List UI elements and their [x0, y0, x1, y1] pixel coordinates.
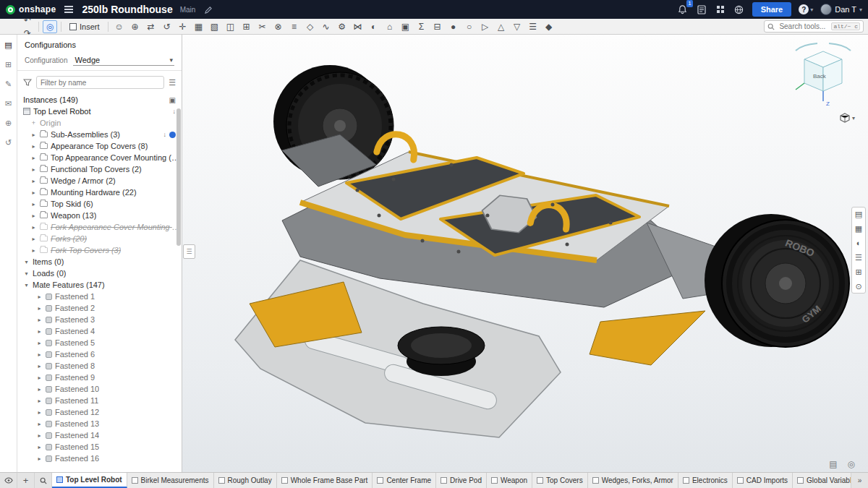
strip-icon[interactable]: ▤ — [3, 39, 14, 51]
tab-overflow-icon[interactable]: » — [851, 473, 868, 488]
configuration-select[interactable]: Wedge ▾ — [73, 55, 174, 66]
viewport-tool-icon[interactable]: ◎ — [848, 459, 855, 469]
insert-button[interactable]: Insert — [65, 21, 104, 33]
toolbar-icon[interactable]: ◫ — [224, 20, 238, 33]
chevron-right-icon[interactable]: ▸ — [30, 143, 37, 150]
chevron-right-icon[interactable]: ▸ — [30, 178, 37, 184]
strip-icon[interactable]: ⊞ — [3, 59, 14, 70]
mate-row[interactable]: ▸ Fastened 3 — [17, 314, 182, 325]
toggle-tab-bar-icon[interactable] — [0, 473, 17, 488]
toolbar-icon[interactable]: ▦ — [192, 20, 206, 33]
chevron-right-icon[interactable]: ▸ — [36, 455, 43, 462]
toolbar-icon[interactable]: Σ — [414, 20, 429, 33]
tree-group-row[interactable]: ▸ Fork Top Covers (3) ↓ — [17, 244, 182, 256]
docs-icon[interactable] — [696, 4, 707, 15]
learning-center-icon[interactable] — [733, 4, 745, 15]
chevron-right-icon[interactable]: ▸ — [30, 247, 37, 254]
chevron-down-icon[interactable]: ▾ — [23, 259, 30, 265]
chevron-right-icon[interactable]: ▸ — [36, 317, 43, 323]
strip-icon[interactable]: ↺ — [3, 137, 14, 148]
toolbar-icon[interactable]: ↺ — [160, 20, 174, 33]
right-panel-icon[interactable]: ☰ — [855, 253, 862, 262]
chevron-right-icon[interactable]: ▸ — [36, 409, 43, 416]
toolbar-icon[interactable]: ◇ — [303, 20, 318, 33]
right-wheel[interactable]: ROBO GYM — [705, 214, 849, 347]
view-cube-face-label[interactable]: Back — [813, 73, 827, 80]
chevron-right-icon[interactable]: ▸ — [36, 340, 43, 346]
chevron-right-icon[interactable]: ▸ — [30, 155, 37, 161]
isolate-icon[interactable]: ▣ — [169, 96, 176, 104]
revision-icon[interactable] — [169, 132, 176, 138]
mate-row[interactable]: ▸ Fastened 12 — [17, 406, 182, 418]
chevron-right-icon[interactable]: ▸ — [36, 444, 43, 450]
document-tab[interactable]: Electronics — [678, 473, 733, 488]
document-tab[interactable]: Drive Pod — [436, 473, 487, 488]
document-tab[interactable]: Top Level Robot — [52, 473, 127, 488]
mate-row[interactable]: ▸ Fastened 2 — [17, 302, 182, 314]
chevron-right-icon[interactable]: ▸ — [36, 305, 43, 312]
chevron-down-icon[interactable]: ▾ — [23, 282, 30, 288]
notifications-bell-icon[interactable]: 1 — [677, 4, 689, 15]
mate-row[interactable]: ▸ Fastened 1 — [17, 291, 182, 302]
panel-resize-handle[interactable]: ☰ — [183, 244, 195, 259]
chevron-right-icon[interactable]: ▸ — [30, 213, 37, 219]
main-menu-icon[interactable] — [63, 4, 75, 14]
chevron-right-icon[interactable]: ▸ — [36, 328, 43, 335]
new-tab-button[interactable]: + — [17, 473, 35, 488]
document-tab[interactable]: Rough Outlay — [214, 473, 277, 488]
mate-row[interactable]: ▸ Fastened 16 — [17, 453, 182, 464]
toolbar-icon[interactable]: ◆ — [542, 20, 556, 33]
strip-icon[interactable]: ✎ — [3, 78, 14, 90]
tool-search[interactable]: alt/~ c — [764, 20, 864, 33]
chevron-right-icon[interactable]: ▸ — [36, 398, 43, 404]
tree-group-row[interactable]: ▸ Weapon (13) ↓ — [17, 210, 182, 221]
strip-icon[interactable]: ✉ — [3, 98, 14, 109]
solid-view-icon[interactable]: ◎ — [43, 20, 57, 33]
share-button[interactable]: Share — [752, 2, 792, 17]
chevron-right-icon[interactable]: ▸ — [36, 294, 43, 300]
user-menu[interactable]: Dan T ▾ — [820, 4, 862, 15]
chevron-right-icon[interactable]: ▸ — [36, 421, 43, 427]
chevron-right-icon[interactable]: ▸ — [36, 386, 43, 393]
rename-pencil-icon[interactable] — [203, 4, 214, 15]
chevron-right-icon[interactable]: ▸ — [30, 201, 37, 207]
tab-search-icon[interactable] — [35, 473, 52, 488]
tree-group-row[interactable]: ▸ Top Skid (6) ↓ — [17, 198, 182, 210]
right-panel-icon[interactable]: ⊙ — [855, 282, 861, 291]
list-view-icon[interactable]: ☰ — [169, 78, 176, 87]
apps-grid-icon[interactable] — [715, 4, 726, 15]
document-tab[interactable]: Whole Frame Base Part — [277, 473, 373, 488]
document-tab[interactable]: Wedges, Forks, Armor — [588, 473, 678, 488]
toolbar-icon[interactable]: ⌂ — [383, 20, 397, 33]
mate-row[interactable]: ▸ Fastened 9 — [17, 372, 182, 383]
chevron-right-icon[interactable]: ▸ — [36, 363, 43, 369]
tree-group-row[interactable]: ▸ Sub-Assemblies (3) ↓ — [17, 129, 182, 140]
mate-row[interactable]: ▸ Fastened 10 — [17, 383, 182, 395]
toolbar-icon[interactable]: ▷ — [478, 20, 493, 33]
toolbar-icon[interactable]: ⊕ — [128, 20, 142, 33]
toolbar-icon[interactable]: ◐ — [367, 20, 381, 33]
tree-group-row[interactable]: ▸ Fork Appearance Cover Mounting (26) ↓ — [17, 221, 182, 233]
chevron-right-icon[interactable]: ▸ — [36, 374, 43, 381]
toolbar-icon[interactable]: ⚙ — [335, 20, 349, 33]
toolbar-icon[interactable]: ▽ — [510, 20, 524, 33]
chevron-right-icon[interactable]: ▸ — [30, 224, 37, 231]
view-cube[interactable]: Back Z — [788, 39, 858, 108]
onshape-logo[interactable]: onshape — [6, 4, 56, 14]
document-tab[interactable]: Weapon — [487, 473, 532, 488]
items-section-row[interactable]: ▾ Items (0) — [17, 256, 182, 267]
chevron-right-icon[interactable]: ▸ — [30, 132, 37, 138]
chevron-right-icon[interactable]: ▸ — [36, 432, 43, 439]
toolbar-icon[interactable]: ✂ — [255, 20, 270, 33]
chevron-right-icon[interactable]: ▸ — [30, 166, 37, 173]
chevron-down-icon[interactable]: ▾ — [23, 270, 30, 277]
toolbar-icon[interactable]: ⋈ — [351, 20, 365, 33]
mate-row[interactable]: ▸ Fastened 13 — [17, 418, 182, 429]
document-tab[interactable]: Global Variable Studio — [793, 473, 851, 488]
chevron-right-icon[interactable]: ▸ — [36, 351, 43, 358]
tree-group-row[interactable]: ▸ Functional Top Covers (2) ↓ — [17, 163, 182, 175]
filter-funnel-icon[interactable] — [23, 78, 32, 87]
right-panel-icon[interactable]: ▤ — [855, 210, 862, 218]
toolbar-icon[interactable]: ● — [446, 20, 461, 33]
panel-scrollbar[interactable] — [176, 108, 181, 246]
